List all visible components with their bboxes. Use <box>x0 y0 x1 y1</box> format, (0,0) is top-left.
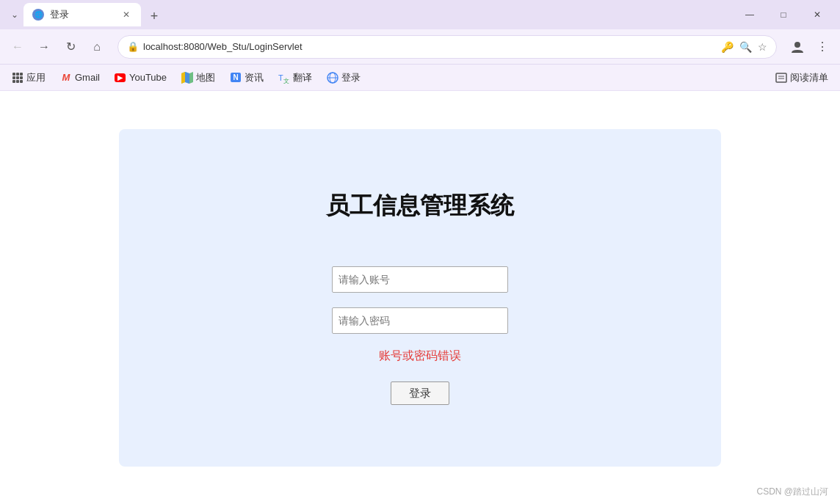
close-button[interactable]: ✕ <box>800 3 834 26</box>
login-title: 员工信息管理系统 <box>326 190 514 222</box>
address-right-icons: 🔑 🔍 ☆ <box>721 41 767 53</box>
maximize-button[interactable]: □ <box>767 3 800 26</box>
tab-close-button[interactable]: ✕ <box>120 9 132 21</box>
reload-button[interactable]: ↻ <box>59 35 82 59</box>
news-icon: N <box>230 72 242 84</box>
page-content: 员工信息管理系统 账号或密码错误 登录 CSDN @踏过山河 <box>0 91 840 504</box>
reading-list-icon <box>775 72 787 84</box>
apps-grid-icon <box>12 72 23 84</box>
menu-button[interactable]: ⋮ <box>811 35 834 59</box>
tab-favicon-icon: 🌐 <box>32 9 44 21</box>
login-button[interactable]: 登录 <box>391 381 449 405</box>
svg-point-0 <box>794 42 800 48</box>
forward-button[interactable]: → <box>32 35 56 59</box>
login-form: 账号或密码错误 登录 <box>119 266 721 405</box>
login-card: 员工信息管理系统 账号或密码错误 登录 <box>119 129 721 467</box>
lock-icon: 🔒 <box>127 41 139 52</box>
svg-marker-2 <box>185 72 189 84</box>
zoom-icon[interactable]: 🔍 <box>739 41 752 53</box>
back-button[interactable]: ← <box>6 35 29 59</box>
address-text: localhost:8080/Web_Stu/LoginServlet <box>143 41 717 52</box>
bookmark-login-label: 登录 <box>341 71 361 84</box>
active-tab[interactable]: 🌐 登录 ✕ <box>23 3 141 26</box>
key-icon[interactable]: 🔑 <box>721 41 734 53</box>
profile-icon <box>790 40 805 54</box>
watermark: CSDN @踏过山河 <box>756 486 828 498</box>
gmail-icon: M <box>60 72 72 84</box>
bookmark-translate[interactable]: T 文 翻译 <box>272 68 318 87</box>
bookmark-translate-label: 翻译 <box>293 71 312 84</box>
maps-icon <box>181 72 193 84</box>
password-input[interactable] <box>332 307 508 334</box>
bookmark-maps-label: 地图 <box>196 71 215 84</box>
reading-list-button[interactable]: 阅读清单 <box>770 68 834 87</box>
bookmark-maps[interactable]: 地图 <box>175 68 221 87</box>
bookmark-star-icon[interactable]: ☆ <box>758 41 767 53</box>
nav-bar: ← → ↻ ⌂ 🔒 localhost:8080/Web_Stu/LoginSe… <box>0 29 840 65</box>
youtube-icon: ▶ <box>115 72 126 84</box>
bookmark-apps-label: 应用 <box>26 71 46 84</box>
profile-button[interactable] <box>786 35 809 59</box>
bookmark-youtube[interactable]: ▶ YouTube <box>109 69 173 87</box>
tab-title: 登录 <box>50 8 115 21</box>
nav-right-icons: ⋮ <box>786 35 834 59</box>
title-bar-right: — □ ✕ <box>733 3 834 26</box>
error-message: 账号或密码错误 <box>379 348 461 364</box>
svg-text:T: T <box>278 73 283 82</box>
bookmark-news-label: 资讯 <box>245 71 264 84</box>
globe-icon <box>327 72 338 84</box>
bookmark-news[interactable]: N 资讯 <box>224 68 269 87</box>
address-bar[interactable]: 🔒 localhost:8080/Web_Stu/LoginServlet 🔑 … <box>117 35 777 59</box>
minimize-button[interactable]: — <box>733 3 767 26</box>
svg-text:文: 文 <box>283 78 289 84</box>
bookmark-apps[interactable]: 应用 <box>6 68 51 87</box>
bookmarks-bar: 应用 M Gmail ▶ YouTube 地图 <box>0 65 840 91</box>
tab-area: 🌐 登录 ✕ + <box>23 3 733 26</box>
new-tab-button[interactable]: + <box>144 6 164 26</box>
title-bar-left: ⌄ 🌐 登录 ✕ + <box>6 3 733 26</box>
svg-marker-3 <box>181 72 185 84</box>
bookmark-login[interactable]: 登录 <box>321 68 366 87</box>
browser-window: ⌄ 🌐 登录 ✕ + — □ ✕ ← → ↻ ⌂ 🔒 localhost:808… <box>0 0 840 504</box>
reading-list-label: 阅读清单 <box>790 71 828 84</box>
translate-icon: T 文 <box>278 72 290 84</box>
username-input[interactable] <box>332 266 508 293</box>
home-button[interactable]: ⌂ <box>85 35 109 59</box>
tab-chevron-icon[interactable]: ⌄ <box>6 6 23 23</box>
bookmark-gmail[interactable]: M Gmail <box>54 69 106 87</box>
title-bar: ⌄ 🌐 登录 ✕ + — □ ✕ <box>0 0 840 29</box>
bookmark-youtube-label: YouTube <box>129 72 167 83</box>
bookmark-gmail-label: Gmail <box>75 72 100 83</box>
svg-rect-9 <box>776 73 786 82</box>
